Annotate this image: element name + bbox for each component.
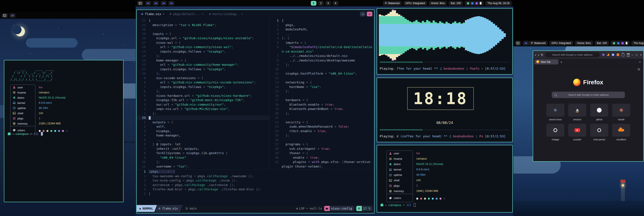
clock-icon <box>389 173 392 176</box>
shortcut-tile-amazon[interactable]: aamazon <box>567 104 587 121</box>
terminal-fastfetch-right[interactable]: userhnamedistrokerneluptimeshellpkgsmemo… <box>377 145 513 212</box>
shortcut-tile-chatgpt[interactable]: chatgpt <box>546 124 565 141</box>
media-icon[interactable] <box>622 42 624 44</box>
close-button[interactable]: × <box>640 53 642 57</box>
shortcut-tile-cloudflare[interactable]: cloudflare <box>611 124 631 141</box>
terminal-cava[interactable]: ======================> Playing: ffee fo… <box>377 8 513 75</box>
phone-icon[interactable] <box>626 42 628 44</box>
cloud <box>26 38 78 48</box>
shortcut-tile-chat-openai[interactable]: chat.openai <box>589 124 609 141</box>
url-bar[interactable]: Search with Google or enter address <box>545 52 600 57</box>
status-pill: GPU: Integrated <box>549 41 573 46</box>
editor-pane-iso[interactable]: 1{1 pkgs,2 modulesPath,3 ...4}: {5 impor… <box>270 18 374 169</box>
cava-bar <box>474 10 476 60</box>
close-icon[interactable]: × <box>241 13 243 16</box>
extensions-icon[interactable] <box>622 54 624 56</box>
terminal-fastfetch-left[interactable]: _ ___ ____ _____ / |/ (_)_ __/ __ \/ __/… <box>4 60 124 202</box>
editor-pane-pkgs[interactable]: 1{pkgs, ...}: {1 tux-awesome-wm-config =… <box>137 169 374 205</box>
code-line: 12 url = "github:nix-community/home-mana… <box>137 63 270 67</box>
titlebar-toggle-button[interactable]: ◑ <box>360 12 366 16</box>
reload-button[interactable]: ↻ <box>541 53 543 57</box>
phone-icon[interactable] <box>480 2 482 5</box>
new-tab-button[interactable]: + <box>560 60 562 64</box>
chat.openai-icon <box>597 128 601 132</box>
launcher-workspace-icon[interactable]: $W <box>168 1 174 6</box>
cava-bar <box>381 10 383 60</box>
code-line: 13 home-manager = { <box>137 58 270 63</box>
cursor <box>149 116 151 120</box>
firefox-window[interactable]: ‹ › ↻ Search with Google or enter addres… <box>533 51 644 162</box>
cube-icon <box>389 184 392 187</box>
bluetooth-icon[interactable] <box>617 42 620 44</box>
launcher-workspace-icon[interactable]: $W <box>145 1 151 6</box>
menu-icon[interactable] <box>627 53 630 56</box>
workspace-4[interactable]: 4 <box>333 1 338 6</box>
shortcut-tile-youtube[interactable]: youtube <box>567 124 587 141</box>
cava-bar <box>407 10 409 60</box>
extension-icon-orange[interactable] <box>607 54 609 56</box>
launcher-workspace-icon[interactable]: $W <box>523 41 529 46</box>
search-input[interactable]: Search with Google or enter address <box>552 92 625 98</box>
app-launcher-button[interactable] <box>2 13 8 18</box>
cava-bar <box>493 10 495 60</box>
fetch-value-uptime: 3h 59m <box>416 172 445 177</box>
workspace-2[interactable]: 2 <box>318 1 324 6</box>
fastfetch-keys-box: userhnamedistrokerneluptimeshellpkgsmemo… <box>386 150 413 202</box>
cava-bar <box>467 10 469 60</box>
extension-icon-purple[interactable] <box>602 53 605 56</box>
shortcut-tile-claude[interactable]: claude <box>611 104 631 121</box>
cava-bar <box>491 10 493 60</box>
media-icon[interactable] <box>476 2 478 5</box>
cava-bar <box>465 10 467 60</box>
code-line: 1{ <box>270 18 374 23</box>
fetch-value-memory: 1946 | 15394 MiB <box>416 188 445 193</box>
buffer-tab-pkgs-default-[interactable]: ❄pkgs/default...× <box>167 10 206 18</box>
app-launcher-button[interactable] <box>515 41 521 46</box>
cava-bar <box>411 10 413 60</box>
forward-button[interactable]: › <box>538 53 539 57</box>
extension-icon-ublock[interactable] <box>617 54 619 56</box>
list-tabs-button[interactable]: ∨ <box>639 61 642 63</box>
code-line: 14 }; <box>137 54 270 58</box>
code-line: 26 <box>270 138 374 142</box>
neovim-window[interactable]: ❄flake.nix×❄pkgs/default...×❄hosts/isoIm… <box>136 10 374 213</box>
cava-visualizer <box>379 10 510 60</box>
shortcut-tile-search-nixos[interactable]: ❄search.nixos <box>546 104 565 121</box>
minimize-button[interactable]: – <box>632 53 633 57</box>
fetch-row-memory: memory <box>387 188 412 194</box>
fetch-row-shell: shell <box>387 178 412 183</box>
extension-icon-blue[interactable] <box>612 54 614 56</box>
person-icon <box>13 86 16 89</box>
buffer-tab-hosts-isoImag-[interactable]: ❄hosts/isoImag..× <box>206 10 246 18</box>
shortcut-tile-github[interactable]: github <box>589 104 609 121</box>
code-line: 22{ <box>137 18 270 23</box>
back-button[interactable]: ‹ <box>535 53 536 57</box>
titlebar-close-button[interactable]: × <box>367 12 372 16</box>
fetch-value-uptime: 4h 23m <box>39 105 68 110</box>
code-line: 2 sops-nix.url = "github:Mic92/sops-nix"… <box>137 107 270 111</box>
gear-icon[interactable]: ⚙ <box>638 68 640 71</box>
close-icon[interactable]: × <box>163 13 164 16</box>
terminal-clock[interactable]: 18:18 08/08/24 ======================> P… <box>377 78 513 142</box>
menu-icon <box>516 42 520 44</box>
cava-bar <box>428 10 430 60</box>
maximize-button[interactable]: □ <box>636 53 638 57</box>
code-line: 10 }; <box>137 71 270 76</box>
bluetooth-icon[interactable] <box>471 2 474 5</box>
app-launcher-button[interactable] <box>137 1 143 6</box>
code-line: 6 "${modulesPath}/installer/cd-dvd/insta… <box>270 45 374 49</box>
launcher-workspace-icon[interactable]: $W <box>10 13 16 18</box>
cava-bar <box>413 10 416 60</box>
workspace-switcher: 1234 <box>311 1 338 6</box>
tab-new-tab[interactable]: New Tab <box>534 59 558 65</box>
workspace-3[interactable]: 3 <box>326 1 331 6</box>
close-icon[interactable]: × <box>202 13 204 16</box>
launcher-workspace-icon[interactable]: $W <box>160 1 166 6</box>
network-icon[interactable] <box>613 42 615 44</box>
launcher-workspace-icon[interactable]: $W <box>153 1 159 6</box>
status-pill: Home: 6ms <box>575 41 593 46</box>
buffer-tab-flake-nix[interactable]: ❄flake.nix× <box>138 10 167 18</box>
network-icon[interactable] <box>467 2 469 5</box>
workspace-1[interactable]: 1 <box>311 1 316 6</box>
editor-pane-flake[interactable]: 22{21 description = "tux's NixOS Flake";… <box>137 18 270 169</box>
